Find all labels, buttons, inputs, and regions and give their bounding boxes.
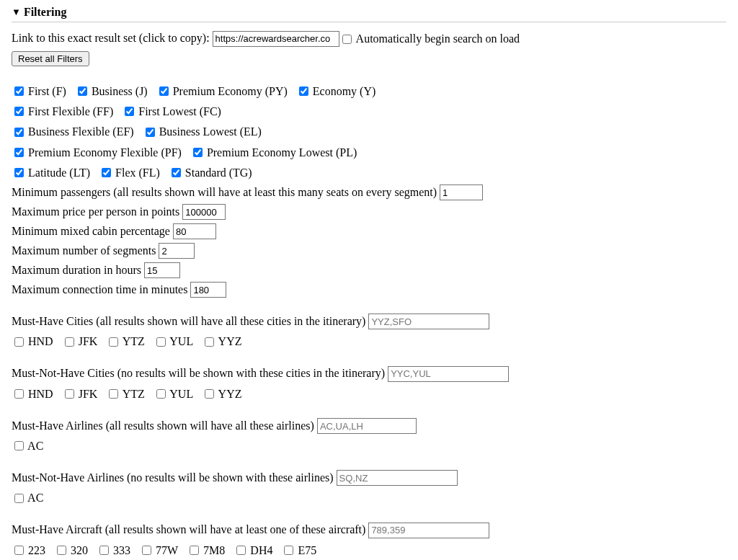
cabin-checkbox[interactable] <box>172 168 181 177</box>
filter-option-label: YYZ <box>215 335 241 347</box>
must-not-have-cities-options: HND JFK YTZ YUL YYZ <box>12 384 726 402</box>
filter-option-checkbox[interactable] <box>14 546 24 555</box>
must-not-have-airlines-input[interactable] <box>337 470 458 486</box>
filter-option-checkbox[interactable] <box>156 389 166 399</box>
filter-option-label: YYZ <box>215 388 241 400</box>
filter-option[interactable]: 7M8 <box>187 541 231 559</box>
cabin-option[interactable]: Standard (TG) <box>169 164 258 182</box>
auto-search-checkbox[interactable] <box>342 35 352 44</box>
min-mixed-input[interactable] <box>173 223 216 239</box>
must-have-airlines-input[interactable] <box>317 418 417 434</box>
cabin-option[interactable]: First Flexible (FF) <box>12 102 119 120</box>
must-have-aircraft-input[interactable] <box>368 523 489 538</box>
filter-option-checkbox[interactable] <box>205 337 214 347</box>
filter-option-checkbox[interactable] <box>190 546 199 555</box>
cabin-option[interactable]: Premium Economy Flexible (PF) <box>12 143 187 161</box>
reset-filters-button[interactable]: Reset all Filters <box>12 51 89 66</box>
cabin-label: First Flexible (FF) <box>25 105 113 117</box>
auto-search-label: Automatically begin search on load <box>356 32 520 45</box>
cabin-checkbox[interactable] <box>14 107 24 116</box>
filter-option-checkbox[interactable] <box>284 546 293 555</box>
filter-option-checkbox[interactable] <box>205 389 214 399</box>
cabin-option[interactable]: First (F) <box>12 81 72 99</box>
must-have-aircraft-label: Must-Have Aircraft (all results shown wi… <box>12 523 368 535</box>
min-mixed-label: Minimum mixed cabin percentage <box>12 225 173 237</box>
filter-option-checkbox[interactable] <box>142 546 151 555</box>
filter-option-checkbox[interactable] <box>109 389 118 399</box>
filter-option-checkbox[interactable] <box>14 389 24 399</box>
must-not-have-airlines-label: Must-Not-Have Airlines (no results will … <box>12 471 337 484</box>
cabin-option[interactable]: Business Lowest (EL) <box>143 123 267 141</box>
cabin-checkbox[interactable] <box>14 128 24 137</box>
filter-option-checkbox[interactable] <box>14 441 24 450</box>
filter-option[interactable]: 77W <box>139 541 184 559</box>
link-row: Link to this exact result set (click to … <box>12 30 726 48</box>
filter-option[interactable]: AC <box>12 489 49 507</box>
filter-option[interactable]: HND <box>12 332 59 350</box>
filter-option[interactable]: DH4 <box>234 541 278 559</box>
cabin-checkbox[interactable] <box>159 86 169 96</box>
filter-option-checkbox[interactable] <box>14 337 24 347</box>
filter-option[interactable]: 320 <box>54 541 94 559</box>
cabin-option[interactable]: Flex (FL) <box>99 164 166 182</box>
cabin-checkbox[interactable] <box>193 148 203 157</box>
cabin-option[interactable]: First Lowest (FC) <box>122 102 227 120</box>
cabin-checkbox[interactable] <box>102 168 111 177</box>
cabin-label: First Lowest (FC) <box>135 105 221 117</box>
filter-option[interactable]: JFK <box>62 384 104 402</box>
max-segments-input[interactable] <box>159 243 195 259</box>
cabin-checkbox[interactable] <box>14 86 24 96</box>
max-price-input[interactable] <box>182 204 226 220</box>
cabin-label: Flex (FL) <box>112 166 160 179</box>
filter-option[interactable]: YYZ <box>202 332 247 350</box>
cabin-label: Business Flexible (EF) <box>25 125 134 138</box>
filter-option[interactable]: JFK <box>62 332 104 350</box>
filter-option-checkbox[interactable] <box>99 546 109 555</box>
max-conn-input[interactable] <box>190 282 226 298</box>
cabin-option[interactable]: Latitude (LT) <box>12 164 96 182</box>
link-url-input[interactable] <box>213 31 339 47</box>
filter-option-checkbox[interactable] <box>156 337 166 347</box>
cabin-option[interactable]: Premium Economy Lowest (PL) <box>190 143 363 161</box>
min-pax-input[interactable] <box>440 185 483 200</box>
must-have-airlines-options: AC <box>12 437 726 455</box>
filter-option-checkbox[interactable] <box>109 337 118 347</box>
filter-option-label: E75 <box>295 544 316 556</box>
filter-option[interactable]: YYZ <box>202 384 247 402</box>
must-not-have-cities-label: Must-Not-Have Cities (no results will be… <box>12 367 388 379</box>
filter-option[interactable]: YUL <box>154 384 199 402</box>
cabin-option[interactable]: Business Flexible (EF) <box>12 123 140 141</box>
cabin-option[interactable]: Economy (Y) <box>296 81 382 99</box>
filter-option[interactable]: E75 <box>281 541 322 559</box>
must-have-cities-input[interactable] <box>368 314 489 329</box>
filtering-header[interactable]: ▼ Filtering <box>12 6 726 19</box>
filter-option[interactable]: 333 <box>97 541 136 559</box>
filter-option-label: YTZ <box>120 388 145 400</box>
filter-option-checkbox[interactable] <box>65 337 74 347</box>
cabin-checkbox[interactable] <box>78 86 87 96</box>
filter-option[interactable]: YUL <box>154 332 199 350</box>
cabin-checkbox[interactable] <box>125 107 134 116</box>
cabin-option[interactable]: Premium Economy (PY) <box>156 81 293 99</box>
cabin-checkbox[interactable] <box>14 168 24 177</box>
filter-option-label: AC <box>25 440 43 452</box>
filter-option-checkbox[interactable] <box>14 494 24 503</box>
max-duration-input[interactable] <box>144 262 180 278</box>
filter-option-label: 333 <box>110 544 130 556</box>
filter-option[interactable]: HND <box>12 384 59 402</box>
filter-option[interactable]: YTZ <box>106 384 151 402</box>
filter-option[interactable]: YTZ <box>106 332 151 350</box>
cabin-option[interactable]: Business (J) <box>75 81 154 99</box>
filter-option-label: AC <box>25 492 43 504</box>
filter-option-checkbox[interactable] <box>65 389 74 399</box>
cabin-checkbox[interactable] <box>14 148 24 157</box>
must-not-have-cities-input[interactable] <box>388 366 509 382</box>
filter-option[interactable]: AC <box>12 437 49 455</box>
filter-option[interactable]: 223 <box>12 541 51 559</box>
cabin-label: Latitude (LT) <box>25 166 90 179</box>
filter-option-checkbox[interactable] <box>57 546 66 555</box>
filter-option-label: JFK <box>76 335 98 347</box>
cabin-checkbox[interactable] <box>299 86 308 96</box>
cabin-checkbox[interactable] <box>146 128 155 137</box>
filter-option-checkbox[interactable] <box>236 546 246 555</box>
